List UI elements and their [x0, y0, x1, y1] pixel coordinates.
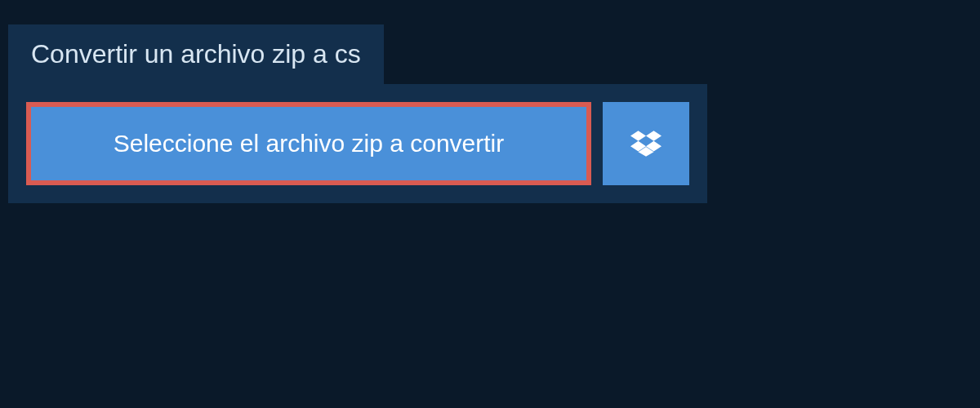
main-container: Convertir un archivo zip a cs Seleccione…: [0, 0, 980, 228]
dropbox-icon: [630, 128, 662, 159]
page-title: Convertir un archivo zip a cs: [31, 39, 361, 69]
page-title-tab: Convertir un archivo zip a cs: [8, 24, 384, 84]
dropbox-button[interactable]: [603, 102, 689, 185]
select-file-button[interactable]: Seleccione el archivo zip a convertir: [26, 102, 591, 185]
upload-panel: Seleccione el archivo zip a convertir: [8, 84, 707, 203]
select-file-label: Seleccione el archivo zip a convertir: [114, 130, 505, 157]
